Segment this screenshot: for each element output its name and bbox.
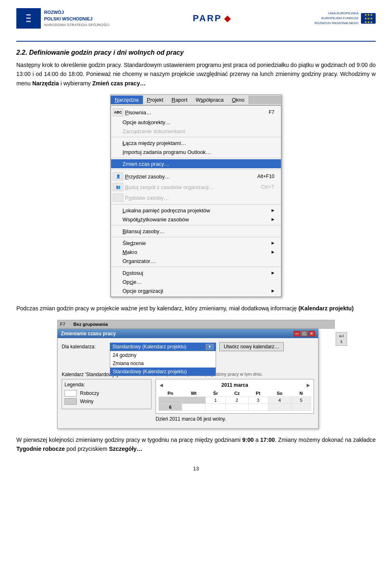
menu-sep-6 [111, 237, 281, 237]
cal-day-11[interactable] [268, 403, 291, 410]
menu-item-wspoluzyt[interactable]: Współużytkowanie zasobów [111, 215, 281, 224]
eu-line1: UNIA EUROPEJSKA [314, 11, 359, 16]
menu-sep-7 [111, 267, 281, 267]
cal-header-pn: Pn [159, 390, 182, 397]
calendar-next-btn[interactable]: ► [305, 382, 311, 388]
cal-day-3[interactable]: 3 [248, 397, 268, 403]
cal-day-1[interactable]: 1 [205, 397, 226, 403]
menu-item-dostosuj[interactable]: Dostosuj [111, 268, 281, 277]
cal-day-empty-2 [182, 397, 205, 403]
dialog-right-panel: Kliknij dzień, aby zobaczyć godziny prac… [156, 372, 314, 422]
dialog-body: Dla kalendarza: Standardowy (Kalendarz p… [58, 338, 318, 428]
menu-item-opcje-org[interactable]: Opcje organizacji [111, 286, 281, 295]
dialog-wrapper: F7 Bez grupowania Zmienianie czasu pracy… [57, 320, 335, 429]
dialog-title-controls: — □ ✕ [294, 331, 315, 336]
logo-left: ■■■ ■■■ ■■■ ROZWÓJ POLSKI WSCHODNIEJ NAR… [16, 8, 109, 29]
dialog-screenshot: Zmienianie czasu pracy — □ ✕ Dla kalenda… [57, 329, 318, 429]
menu-item-row-buduj: 👥 Buduj zespół z zasobów organizacji… Ct… [111, 182, 281, 192]
cal-day-6[interactable]: 6 [159, 403, 182, 410]
menu-bar-projekt[interactable]: Projekt [143, 96, 167, 104]
dialog-title: Zmienianie czasu pracy [61, 331, 116, 336]
dropdown-option-24h[interactable]: 24 godziny [110, 351, 216, 359]
menu-item-podstaw: Podstaw zasoby… [125, 193, 281, 202]
calendar-row-1: 1 2 3 4 5 [159, 397, 311, 403]
legend-color-white [65, 390, 77, 397]
dropdown-option-standard[interactable]: Standardowy (Kalendarz projektu) [110, 368, 216, 376]
dialog-maximize-btn[interactable]: □ [301, 331, 307, 336]
dialog-close-btn[interactable]: ✕ [308, 331, 315, 336]
menu-item-lokalna[interactable]: Lokalna pamięć podręczna projektów [111, 206, 281, 215]
logo-box: ■■■ ■■■ ■■■ [16, 8, 41, 29]
menu-bar-remainder [249, 96, 281, 104]
body-paragraph-2: Podczas zmian godzin pracy w projekcie w… [16, 304, 376, 313]
menu-item-zmien-czas[interactable]: Zmień czas pracy… [111, 159, 281, 168]
calendar-grid: Pn Wt Śr Cz Pt So N [158, 390, 311, 411]
dropdown-options-list: 24 godziny Zmiana nocna Standardowy (Kal… [110, 351, 216, 376]
dialog-legend-roboczy: Roboczy [65, 390, 149, 397]
menu-bar-raport-label: R [172, 97, 175, 103]
menu-screenshot-container: Narzędzia Projekt Raport Współpraca Okno… [16, 94, 376, 297]
menu-bar-narzedzia-label: N [115, 97, 118, 103]
dropdown-option-nocna[interactable]: Zmiana nocna [110, 359, 216, 368]
dialog-day-note: Dzień 2011 marca 06 jest wolny. [156, 416, 314, 422]
dialog-screenshot-container: F7 Bez grupowania Zmienianie czasu pracy… [16, 320, 376, 429]
cal-day-7[interactable] [182, 403, 205, 410]
menu-item-zarzadzanie: Zarządzanie dokumentami [111, 127, 281, 136]
dialog-minimize-btn[interactable]: — [294, 331, 300, 336]
calendar-row-2: 6 [159, 403, 311, 410]
cal-day-9[interactable] [226, 403, 248, 410]
dialog-selected-calendar: Standardowy (Kalendarz projektu) [112, 344, 206, 350]
cal-day-5[interactable]: 5 [291, 397, 311, 403]
menu-bar-wspolpraca[interactable]: Współpraca [192, 96, 228, 104]
legend-label-roboczy: Roboczy [80, 390, 99, 396]
cal-header-pt: Pt [248, 390, 268, 397]
menu-item-opcje[interactable]: Opcje… [111, 277, 281, 286]
menu-item-bilansuj[interactable]: Bilansuj zasoby… [111, 227, 281, 236]
menu-bar-wspolpraca-label: s [200, 97, 203, 103]
menu-bar-narzedzia[interactable]: Narzędzia [111, 96, 143, 104]
buduj-shortcut: Ctrl+T [261, 184, 274, 190]
logo-line3: NARODOWA STRATEGIA SPÓJNOŚCI [44, 22, 109, 28]
menu-item-przydziel[interactable]: Przydziel zasoby… Alt+F10 [125, 172, 281, 181]
menu-item-pisownia[interactable]: Pisownia… F7 [125, 108, 281, 117]
menu-dropdown: ABC Pisownia… F7 Opcje autokorekty… Zarz… [111, 105, 281, 297]
calendar-prev-btn[interactable]: ◄ [158, 382, 164, 388]
cal-day-10[interactable] [248, 403, 268, 410]
eu-logo: UNIA EUROPEJSKA EUROPEJSKI FUNDUSZ ROZWO… [314, 11, 376, 26]
page-header: ■■■ ■■■ ■■■ ROZWÓJ POLSKI WSCHODNIEJ NAR… [16, 8, 376, 33]
legend-color-gray [65, 398, 77, 405]
dialog-create-calendar-btn[interactable]: Utwórz nowy kalendarz… [219, 342, 284, 351]
body-paragraph-final: W pierwszej kolejności zmieniamy godziny… [16, 435, 376, 454]
dialog-calendar-dropdown[interactable]: Standardowy (Kalendarz projektu) ▼ [110, 343, 216, 351]
cal-day-4[interactable]: 4 [268, 397, 291, 403]
logo-line2: POLSKI WSCHODNIEJ [44, 16, 109, 22]
cal-day-2[interactable]: 2 [226, 397, 248, 403]
menu-item-autokorekta[interactable]: Opcje autokorekty… [111, 118, 281, 127]
side-panel: vi-l š [336, 332, 347, 346]
menu-item-row-pisownia: ABC Pisownia… F7 [111, 107, 281, 118]
menu-bar-raport[interactable]: Raport [167, 96, 192, 104]
res-icon: 👤 [113, 172, 123, 180]
dialog-legend-title: Legenda: [65, 382, 149, 388]
cal-day-8[interactable] [205, 403, 226, 410]
dialog-legend-wolny: Wolny [65, 398, 149, 405]
menu-item-organizator[interactable]: Organizator… [111, 256, 281, 265]
dropdown-arrow-icon: ▼ [206, 344, 214, 350]
dialog-legend-box: Legenda: Roboczy Wolny [62, 379, 151, 409]
menu-item-sledzenie[interactable]: Śledzenie [111, 238, 281, 247]
cal-day-12[interactable] [291, 403, 311, 410]
menu-bar-okno-label: O [232, 97, 236, 103]
dialog-dropdown-container: Standardowy (Kalendarz projektu) ▼ 24 go… [110, 343, 216, 351]
abc-icon: ABC [113, 108, 123, 116]
menu-bar: Narzędzia Projekt Raport Współpraca Okno [111, 95, 281, 105]
calendar-header: ◄ 2011 marca ► [158, 382, 311, 388]
menu-item-lacza[interactable]: Łącza między projektami… [111, 138, 281, 147]
menu-sep-3 [111, 169, 281, 170]
menu-item-makro[interactable]: Makro [111, 247, 281, 256]
parp-text: PARP [193, 13, 222, 24]
cal-header-sr: Śr [205, 390, 226, 397]
menu-item-importuj[interactable]: Importuj zadania programu Outlook… [111, 147, 281, 156]
bg-toolbar: F7 Bez grupowania [57, 320, 335, 329]
dialog-calendar: ◄ 2011 marca ► Pn Wt Śr [156, 379, 314, 414]
menu-bar-okno[interactable]: Okno [228, 96, 249, 104]
